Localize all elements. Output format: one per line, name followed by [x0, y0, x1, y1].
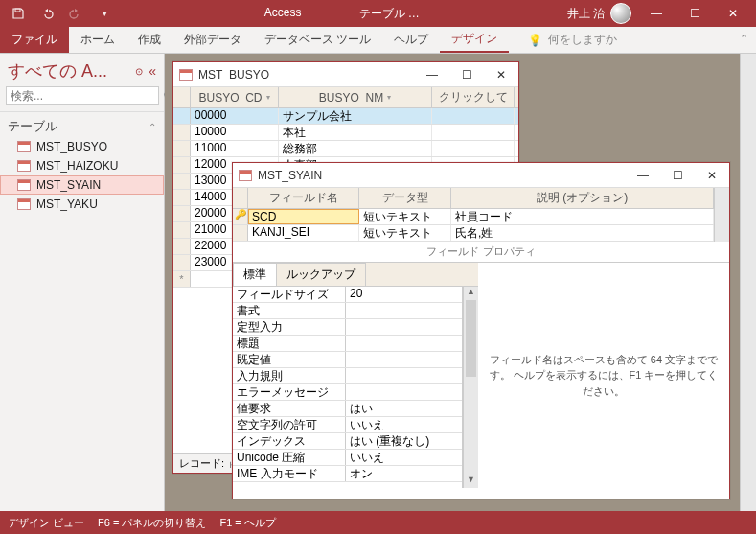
user-name[interactable]: 井上 治: [567, 6, 605, 22]
property-row[interactable]: インデックスはい (重複なし): [233, 433, 462, 450]
col-busyo-cd[interactable]: BUSYO_CD▾: [191, 87, 279, 107]
busyo-maximize[interactable]: ☐: [455, 68, 478, 81]
busyo-title: MST_BUSYO: [198, 68, 421, 81]
table-icon: [179, 69, 193, 81]
design-row[interactable]: 🔑 SCD 短いテキスト 社員コード: [233, 209, 714, 225]
syain-titlebar[interactable]: MST_SYAIN — ☐ ✕: [233, 163, 729, 188]
status-f6: F6 = パネルの切り替え: [98, 516, 206, 530]
nav-item-syain[interactable]: MST_SYAIN: [0, 175, 164, 195]
tab-lookup[interactable]: ルックアップ: [276, 263, 366, 286]
field-name-cell[interactable]: SCD: [248, 209, 359, 224]
status-view: デザイン ビュー: [8, 516, 84, 530]
property-grid: フィールドサイズ20書式定型入力標題既定値入力規則エラーメッセージ値要求はい空文…: [233, 287, 463, 488]
status-f1: F1 = ヘルプ: [219, 516, 275, 530]
property-row[interactable]: 入力規則: [233, 368, 462, 384]
table-icon: [17, 198, 31, 210]
navigation-pane: すべての A... ⊙ « 🔍 テーブル ⌃ MST_BUSYO MST_HAI…: [0, 54, 165, 511]
tab-file[interactable]: ファイル: [0, 27, 69, 53]
workspace: すべての A... ⊙ « 🔍 テーブル ⌃ MST_BUSYO MST_HAI…: [0, 54, 756, 511]
table-icon: [239, 170, 252, 181]
mdi-client: MST_BUSYO — ☐ ✕ BUSYO_CD▾ BUSYO_NM▾ クリック…: [165, 54, 756, 511]
mdi-scrollbar[interactable]: [740, 54, 756, 511]
minimize-button[interactable]: —: [637, 0, 676, 27]
syain-minimize[interactable]: —: [631, 169, 654, 182]
table-icon: [17, 160, 31, 172]
maximize-button[interactable]: ☐: [676, 0, 714, 27]
hdr-desc[interactable]: 説明 (オプション): [451, 188, 714, 208]
col-add[interactable]: クリックして: [432, 87, 515, 107]
window-syain: MST_SYAIN — ☐ ✕ フィールド名 データ型 説明 (オプション): [232, 162, 730, 499]
col-busyo-nm[interactable]: BUSYO_NM▾: [279, 87, 432, 107]
nav-dropdown-icon[interactable]: ⊙: [135, 66, 143, 77]
ribbon-collapse-icon[interactable]: ⌃: [740, 33, 748, 45]
nav-category[interactable]: テーブル ⌃: [0, 112, 164, 137]
data-row[interactable]: 00000サンプル会社: [173, 108, 518, 125]
tab-design[interactable]: デザイン: [440, 27, 509, 53]
user-avatar[interactable]: [610, 3, 631, 24]
property-row[interactable]: 定型入力: [233, 319, 462, 336]
busyo-header-row: BUSYO_CD▾ BUSYO_NM▾ クリックして: [173, 87, 518, 108]
status-bar: デザイン ビュー F6 = パネルの切り替え F1 = ヘルプ: [0, 511, 756, 534]
key-icon: 🔑: [233, 209, 248, 224]
chevron-up-icon: ⌃: [149, 122, 156, 132]
title-bar: ▾ Access テーブル … 井上 治 — ☐ ✕: [0, 0, 756, 27]
property-row[interactable]: フィールドサイズ20: [233, 287, 462, 303]
nav-title[interactable]: すべての A...: [8, 59, 129, 82]
data-row[interactable]: 11000総務部: [173, 141, 518, 157]
table-icon: [17, 141, 31, 152]
ribbon: ファイル ホーム 作成 外部データ データベース ツール ヘルプ デザイン 💡 …: [0, 27, 756, 54]
nav-item-busyo[interactable]: MST_BUSYO: [0, 137, 164, 156]
svg-rect-0: [15, 9, 20, 12]
design-row[interactable]: KANJI_SEI 短いテキスト 氏名,姓: [233, 225, 714, 242]
property-row[interactable]: IME 入力モードオン: [233, 466, 462, 482]
busyo-titlebar[interactable]: MST_BUSYO — ☐ ✕: [173, 62, 518, 87]
tab-help[interactable]: ヘルプ: [382, 27, 440, 53]
field-help-text: フィールド名はスペースも含めて 64 文字までです。 ヘルプを表示するには、F1…: [478, 263, 729, 488]
table-icon: [17, 179, 31, 191]
app-title: Access: [264, 6, 302, 22]
hdr-type[interactable]: データ型: [359, 188, 451, 208]
prop-header: フィールド プロパティ: [233, 242, 729, 262]
select-all[interactable]: [173, 87, 191, 107]
property-row[interactable]: Unicode 圧縮いいえ: [233, 450, 462, 466]
nav-search-input[interactable]: [6, 86, 159, 105]
nav-item-yaku[interactable]: MST_YAKU: [0, 195, 164, 214]
busyo-close[interactable]: ✕: [490, 68, 513, 81]
qat-customize-icon[interactable]: ▾: [92, 3, 117, 24]
data-row[interactable]: 10000本社: [173, 125, 518, 141]
lightbulb-icon: 💡: [528, 34, 542, 47]
design-grid: フィールド名 データ型 説明 (オプション) 🔑 SCD 短いテキスト 社員コー…: [233, 188, 714, 242]
syain-title: MST_SYAIN: [258, 169, 631, 182]
redo-icon: [63, 3, 88, 24]
syain-maximize[interactable]: ☐: [666, 169, 689, 182]
close-button[interactable]: ✕: [714, 0, 752, 27]
tab-external[interactable]: 外部データ: [172, 27, 253, 53]
nav-collapse-icon[interactable]: «: [149, 63, 156, 79]
property-row[interactable]: エラーメッセージ: [233, 384, 462, 401]
property-row[interactable]: 値要求はい: [233, 401, 462, 417]
undo-icon[interactable]: [34, 3, 59, 24]
tab-home[interactable]: ホーム: [69, 27, 126, 53]
tab-create[interactable]: 作成: [126, 27, 172, 53]
property-row[interactable]: 空文字列の許可いいえ: [233, 417, 462, 433]
property-zone: 標準 ルックアップ フィールドサイズ20書式定型入力標題既定値入力規則エラーメッ…: [233, 262, 729, 488]
quick-access-toolbar: ▾: [0, 3, 117, 24]
design-scrollbar[interactable]: [714, 188, 729, 242]
nav-item-haizoku[interactable]: MST_HAIZOKU: [0, 156, 164, 175]
tab-general[interactable]: 標準: [233, 263, 277, 286]
property-row[interactable]: 書式: [233, 303, 462, 319]
property-row[interactable]: 標題: [233, 336, 462, 352]
context-title: テーブル …: [359, 6, 420, 22]
property-row[interactable]: 既定値: [233, 352, 462, 368]
busyo-minimize[interactable]: —: [421, 68, 444, 81]
tell-me[interactable]: 💡 何をしますか: [528, 27, 617, 53]
hdr-field[interactable]: フィールド名: [248, 188, 359, 208]
syain-close[interactable]: ✕: [700, 169, 723, 182]
tab-dbtools[interactable]: データベース ツール: [253, 27, 382, 53]
prop-scrollbar[interactable]: ▲ ▼: [463, 287, 478, 488]
nav-list: MST_BUSYO MST_HAIZOKU MST_SYAIN MST_YAKU: [0, 137, 164, 214]
save-icon[interactable]: [6, 3, 31, 24]
